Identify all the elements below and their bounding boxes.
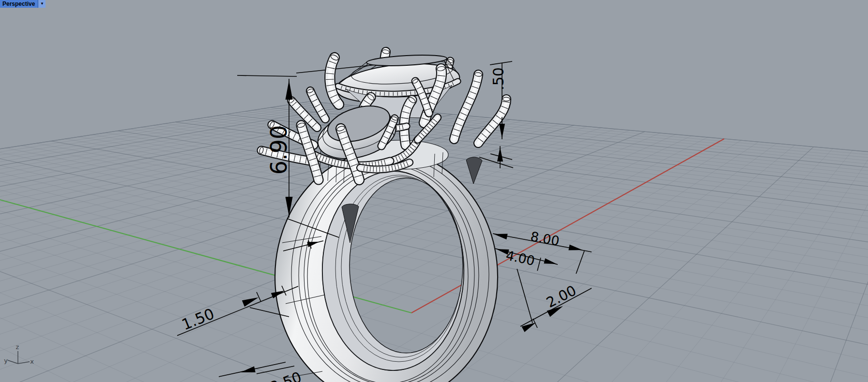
viewport-tab[interactable]: Perspective ▼ (0, 0, 46, 8)
viewport-canvas[interactable]: .50 3.50 6.90 8.00 4.00 2.00 1.50 z y x (0, 0, 868, 382)
gnomon-z-label: z (16, 343, 19, 351)
perspective-viewport[interactable]: .50 3.50 6.90 8.00 4.00 2.00 1.50 z y x … (0, 0, 868, 382)
gnomon-y-label: y (4, 357, 8, 364)
chevron-down-icon: ▼ (40, 2, 44, 6)
gnomon-x-label: x (30, 358, 34, 365)
viewport-dropdown-button[interactable]: ▼ (38, 0, 46, 8)
viewport-title[interactable]: Perspective (0, 0, 38, 8)
dimension-label-tip-height: .50 (490, 67, 507, 90)
dimension-label-head-height: 6.90 (266, 125, 292, 175)
